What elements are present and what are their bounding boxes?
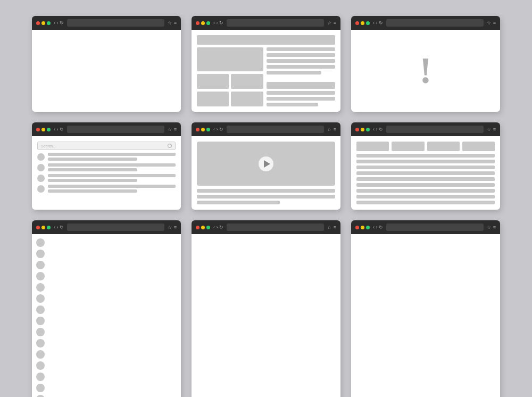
- article-image-small-row-2: [197, 92, 263, 106]
- video-lines: [197, 189, 335, 204]
- list-items: [37, 153, 176, 204]
- article-side-img: [267, 82, 335, 89]
- content-404: 404 NOT FOUND: [192, 234, 340, 397]
- play-icon: [264, 160, 270, 168]
- article-image-small-row: [197, 74, 263, 89]
- col-header-4: [462, 142, 495, 151]
- dot-green-2: [206, 21, 210, 25]
- dot-red-9: [355, 226, 359, 229]
- menu-icon-2: ≡: [334, 20, 336, 26]
- toolbar-right-2: ☆ ≡: [327, 20, 336, 26]
- play-button[interactable]: [259, 156, 273, 171]
- address-bar-7[interactable]: [67, 224, 164, 231]
- search-icon: [168, 144, 172, 148]
- list-icons-row-4: [37, 185, 45, 193]
- content-blank: [32, 30, 181, 112]
- menu-icon-7: ≡: [174, 225, 177, 230]
- dot-green-8: [206, 226, 210, 229]
- address-bar-1[interactable]: [67, 19, 164, 27]
- browser-window-404: ‹ › ↻ ☆ ≡ 404 NOT FOUND: [192, 220, 340, 397]
- star-icon-4: ☆: [168, 127, 172, 132]
- address-bar-5[interactable]: [227, 126, 324, 133]
- search-bar[interactable]: Search...: [37, 142, 176, 150]
- nav-icons-8: ‹ › ↻: [213, 225, 223, 230]
- browser-window-video: ‹ › ↻ ☆ ≡: [192, 122, 340, 210]
- address-bar-6[interactable]: [386, 126, 484, 133]
- dot-green-3: [366, 21, 370, 25]
- dot-red-7: [36, 226, 40, 229]
- dot-green-5: [206, 128, 210, 131]
- menu-icon-4: ≡: [174, 127, 177, 132]
- article-line-8: [267, 103, 318, 106]
- cal-dot-1: [36, 238, 45, 247]
- toolbar-right-3: ☆ ≡: [487, 20, 496, 26]
- exclamation-icon: !: [419, 52, 431, 89]
- article-image-large: [197, 47, 263, 71]
- star-icon-5: ☆: [327, 127, 331, 132]
- nav-icons-5: ‹ › ↻: [213, 127, 223, 132]
- window-dots-8: [196, 226, 210, 229]
- address-bar-4[interactable]: [67, 126, 164, 133]
- address-bar-8[interactable]: [227, 224, 324, 231]
- dot-red-8: [196, 226, 200, 229]
- list-lines-4: [48, 185, 176, 193]
- toolbar-right-9: ☆ ≡: [487, 225, 496, 230]
- nav-icons-6: ‹ › ↻: [373, 127, 383, 132]
- toolbar-6: ‹ › ↻ ☆ ≡: [351, 122, 500, 136]
- toolbar-right-5: ☆ ≡: [327, 127, 336, 132]
- content-lock: [351, 234, 500, 397]
- window-dots-6: [355, 128, 370, 131]
- menu-icon-9: ≡: [493, 225, 496, 230]
- col-header-1: [356, 142, 389, 151]
- article-image-sm-1: [197, 74, 229, 89]
- article-line-3: [267, 59, 335, 63]
- table-line-6: [356, 183, 495, 187]
- cal-dot-3: [36, 261, 45, 269]
- window-dots-5: [196, 128, 210, 131]
- dot-yellow-6: [361, 128, 364, 131]
- table-line-3: [356, 166, 495, 169]
- nav-icons-9: ‹ › ↻: [373, 225, 383, 230]
- list-row-1: [37, 153, 176, 161]
- list-icon-1: [37, 153, 45, 161]
- content-calendar: [32, 234, 181, 397]
- list-line-2b: [48, 168, 137, 171]
- video-player[interactable]: [197, 142, 335, 186]
- dot-green-6: [366, 128, 370, 131]
- nav-icons-3: ‹ › ↻: [373, 20, 383, 26]
- dot-yellow-4: [41, 128, 45, 131]
- address-bar-3[interactable]: [386, 19, 484, 27]
- dot-yellow-2: [201, 21, 205, 25]
- star-icon-8: ☆: [327, 225, 331, 230]
- dot-red-3: [355, 21, 359, 25]
- list-line-1a: [48, 153, 176, 156]
- table-line-5: [356, 177, 495, 181]
- dot-green-9: [366, 226, 370, 229]
- window-dots-1: [36, 21, 51, 25]
- table-line-7: [356, 189, 495, 193]
- video-line-1: [197, 189, 335, 193]
- toolbar-4: ‹ › ↻ ☆ ≡: [32, 122, 181, 136]
- toolbar-right-1: ☆ ≡: [168, 20, 177, 26]
- cal-dot-5: [36, 283, 45, 292]
- article-header-bar: [197, 35, 335, 45]
- cal-dot-4: [36, 272, 45, 280]
- star-icon-9: ☆: [487, 225, 491, 230]
- window-dots-7: [36, 226, 51, 229]
- dot-green-4: [47, 128, 51, 131]
- content-video: [192, 136, 340, 210]
- list-line-2a: [48, 163, 176, 167]
- list-icons-row-1: [37, 153, 45, 161]
- dot-red-6: [355, 128, 359, 131]
- address-bar-2[interactable]: [227, 19, 324, 27]
- address-bar-9[interactable]: [386, 224, 484, 231]
- video-line-2: [197, 195, 335, 198]
- menu-icon-3: ≡: [493, 20, 496, 26]
- article-image-sm-3: [197, 92, 229, 106]
- main-area: ‹ › ↻ ☆ ≡ ‹ › ↻ ☆: [0, 0, 532, 397]
- browser-window-error: ‹ › ↻ ☆ ≡ !: [351, 16, 500, 112]
- dot-yellow-1: [41, 21, 45, 25]
- table-line-4: [356, 171, 495, 175]
- list-line-3b: [48, 179, 137, 182]
- toolbar-5: ‹ › ↻ ☆ ≡: [192, 122, 340, 136]
